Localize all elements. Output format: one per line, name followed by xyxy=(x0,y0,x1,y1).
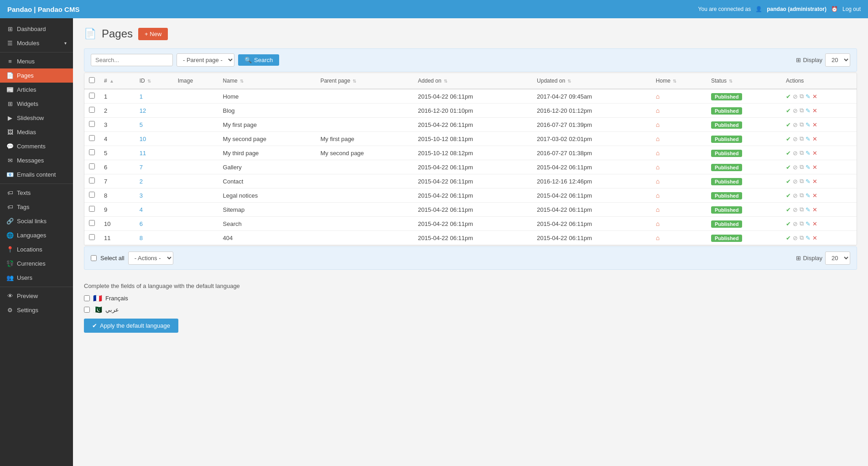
unpublish-icon[interactable]: ⊘ xyxy=(793,206,798,213)
sidebar-item-messages[interactable]: ✉ Messages xyxy=(0,153,73,168)
sidebar-item-currencies[interactable]: 💱 Currencies xyxy=(0,257,73,271)
unpublish-icon[interactable]: ⊘ xyxy=(793,192,798,199)
sidebar-item-texts[interactable]: 🏷 Texts xyxy=(0,186,73,200)
row-id-link[interactable]: 6 xyxy=(140,220,143,227)
duplicate-icon[interactable]: ⧉ xyxy=(800,220,804,227)
edit-icon[interactable]: ✎ xyxy=(806,136,811,142)
sidebar-item-medias[interactable]: 🖼 Medias xyxy=(0,125,73,139)
sort-num-icon[interactable]: ▲ xyxy=(109,79,114,84)
row-id-link[interactable]: 11 xyxy=(140,150,146,157)
row-id-link[interactable]: 8 xyxy=(140,235,143,241)
sort-id-icon[interactable]: ⇅ xyxy=(147,79,151,84)
publish-icon[interactable]: ✔ xyxy=(786,235,791,241)
delete-icon[interactable]: ✕ xyxy=(812,164,817,171)
sidebar-item-dashboard[interactable]: ⊞ Dashboard xyxy=(0,22,73,36)
edit-icon[interactable]: ✎ xyxy=(806,192,811,199)
delete-icon[interactable]: ✕ xyxy=(812,220,817,227)
publish-icon[interactable]: ✔ xyxy=(786,107,791,114)
publish-icon[interactable]: ✔ xyxy=(786,150,791,157)
row-checkbox[interactable] xyxy=(89,163,95,169)
sidebar-item-tags[interactable]: 🏷 Tags xyxy=(0,200,73,214)
edit-icon[interactable]: ✎ xyxy=(806,93,811,100)
duplicate-icon[interactable]: ⧉ xyxy=(800,107,804,114)
unpublish-icon[interactable]: ⊘ xyxy=(793,93,798,100)
lang-checkbox-fr[interactable] xyxy=(84,295,90,301)
edit-icon[interactable]: ✎ xyxy=(806,164,811,171)
delete-icon[interactable]: ✕ xyxy=(812,107,817,114)
sidebar-item-pages[interactable]: 📄 Pages xyxy=(0,68,73,83)
row-checkbox[interactable] xyxy=(89,107,95,113)
publish-icon[interactable]: ✔ xyxy=(786,121,791,128)
duplicate-icon[interactable]: ⧉ xyxy=(800,234,804,241)
lang-checkbox-ar[interactable] xyxy=(84,307,90,313)
sidebar-item-social-links[interactable]: 🔗 Social links xyxy=(0,214,73,228)
delete-icon[interactable]: ✕ xyxy=(812,121,817,128)
duplicate-icon[interactable]: ⧉ xyxy=(800,149,804,157)
sidebar-item-users[interactable]: 👥 Users xyxy=(0,271,73,285)
row-checkbox[interactable] xyxy=(89,149,95,155)
search-button[interactable]: 🔍 Search xyxy=(238,54,279,66)
bottom-display-count-select[interactable]: 20 xyxy=(825,251,850,265)
unpublish-icon[interactable]: ⊘ xyxy=(793,150,798,157)
row-checkbox[interactable] xyxy=(89,93,95,99)
edit-icon[interactable]: ✎ xyxy=(806,150,811,157)
unpublish-icon[interactable]: ⊘ xyxy=(793,107,798,114)
sort-name-icon[interactable]: ⇅ xyxy=(240,79,244,84)
unpublish-icon[interactable]: ⊘ xyxy=(793,235,798,241)
sidebar-item-locations[interactable]: 📍 Locations xyxy=(0,242,73,257)
edit-icon[interactable]: ✎ xyxy=(806,206,811,213)
logout-link[interactable]: Log out xyxy=(842,6,861,12)
sort-home-icon[interactable]: ⇅ xyxy=(673,79,676,84)
new-button[interactable]: + New xyxy=(138,28,168,40)
row-id-link[interactable]: 7 xyxy=(140,164,143,171)
delete-icon[interactable]: ✕ xyxy=(812,136,817,142)
duplicate-icon[interactable]: ⧉ xyxy=(800,178,804,185)
sidebar-item-preview[interactable]: 👁 Preview xyxy=(0,289,73,303)
edit-icon[interactable]: ✎ xyxy=(806,220,811,227)
row-checkbox[interactable] xyxy=(89,206,95,212)
sidebar-item-menus[interactable]: ≡ Menus xyxy=(0,54,73,68)
row-checkbox[interactable] xyxy=(89,234,95,240)
sort-parent-icon[interactable]: ⇅ xyxy=(353,79,356,84)
sidebar-item-emails-content[interactable]: 📧 Emails content xyxy=(0,168,73,182)
duplicate-icon[interactable]: ⧉ xyxy=(800,135,804,142)
unpublish-icon[interactable]: ⊘ xyxy=(793,164,798,171)
row-checkbox[interactable] xyxy=(89,192,95,198)
display-count-select[interactable]: 20 xyxy=(825,53,850,67)
duplicate-icon[interactable]: ⧉ xyxy=(800,93,804,100)
edit-icon[interactable]: ✎ xyxy=(806,178,811,185)
row-checkbox[interactable] xyxy=(89,220,95,226)
sidebar-item-settings[interactable]: ⚙ Settings xyxy=(0,303,73,317)
parent-page-select[interactable]: - Parent page - xyxy=(177,53,234,67)
sidebar-item-slideshow[interactable]: ▶ Slideshow xyxy=(0,111,73,125)
publish-icon[interactable]: ✔ xyxy=(786,206,791,213)
row-id-link[interactable]: 12 xyxy=(140,107,146,114)
row-checkbox[interactable] xyxy=(89,135,95,141)
row-id-link[interactable]: 3 xyxy=(140,192,143,199)
delete-icon[interactable]: ✕ xyxy=(812,93,817,100)
sort-status-icon[interactable]: ⇅ xyxy=(729,79,733,84)
row-checkbox[interactable] xyxy=(89,121,95,127)
sidebar-item-widgets[interactable]: ⊞ Widgets xyxy=(0,97,73,111)
sort-updated-icon[interactable]: ⇅ xyxy=(567,79,571,84)
unpublish-icon[interactable]: ⊘ xyxy=(793,220,798,227)
select-all-header-checkbox[interactable] xyxy=(89,77,95,83)
delete-icon[interactable]: ✕ xyxy=(812,150,817,157)
row-id-link[interactable]: 4 xyxy=(140,206,143,213)
duplicate-icon[interactable]: ⧉ xyxy=(800,192,804,199)
apply-default-language-button[interactable]: ✔ Apply the default language xyxy=(84,319,178,333)
row-id-link[interactable]: 2 xyxy=(140,178,143,185)
delete-icon[interactable]: ✕ xyxy=(812,206,817,213)
publish-icon[interactable]: ✔ xyxy=(786,220,791,227)
duplicate-icon[interactable]: ⧉ xyxy=(800,163,804,171)
unpublish-icon[interactable]: ⊘ xyxy=(793,121,798,128)
delete-icon[interactable]: ✕ xyxy=(812,192,817,199)
publish-icon[interactable]: ✔ xyxy=(786,136,791,142)
publish-icon[interactable]: ✔ xyxy=(786,192,791,199)
actions-select[interactable]: - Actions - xyxy=(128,251,173,265)
row-checkbox[interactable] xyxy=(89,178,95,183)
publish-icon[interactable]: ✔ xyxy=(786,164,791,171)
sidebar-item-comments[interactable]: 💬 Comments xyxy=(0,139,73,153)
sort-added-icon[interactable]: ⇅ xyxy=(444,79,447,84)
duplicate-icon[interactable]: ⧉ xyxy=(800,206,804,213)
